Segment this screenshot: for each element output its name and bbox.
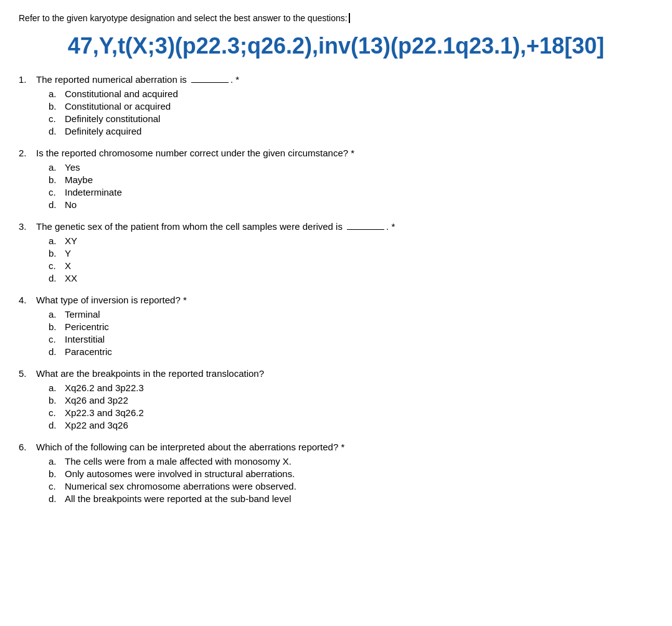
question-body-2: Is the reported chromosome number correc… — [36, 148, 354, 158]
question-body-4: What type of inversion is reported? * — [36, 295, 187, 305]
option-letter-2-4: d. — [49, 199, 61, 210]
option-item-2-1: a.Yes — [49, 162, 653, 173]
option-item-1-1: a.Constitutional and acquired — [49, 88, 653, 99]
option-letter-5-2: b. — [49, 395, 61, 405]
question-asterisk-6: * — [341, 442, 344, 452]
question-asterisk-1: * — [235, 74, 239, 85]
option-item-6-4: d.All the breakpoints were reported at t… — [49, 493, 653, 504]
question-text-4: 4.What type of inversion is reported? * — [19, 295, 653, 305]
question-text-6: 6.Which of the following can be interpre… — [19, 442, 653, 452]
option-letter-6-3: c. — [49, 481, 61, 491]
option-letter-5-4: d. — [49, 420, 61, 430]
question-blank-1 — [191, 82, 229, 83]
option-item-5-1: a.Xq26.2 and 3p22.3 — [49, 382, 653, 393]
option-text-6-4: All the breakpoints were reported at the… — [65, 493, 291, 504]
question-asterisk-4: * — [183, 295, 187, 305]
question-item-2: 2.Is the reported chromosome number corr… — [19, 148, 653, 210]
option-text-4-1: Terminal — [65, 309, 100, 320]
option-letter-2-1: a. — [49, 162, 61, 173]
option-item-2-3: c.Indeterminate — [49, 187, 653, 197]
option-letter-3-4: d. — [49, 273, 61, 283]
option-letter-5-1: a. — [49, 382, 61, 393]
option-letter-1-1: a. — [49, 88, 61, 99]
question-text-1: 1.The reported numerical aberration is .… — [19, 74, 653, 85]
question-text-3: 3.The genetic sex of the patient from wh… — [19, 221, 653, 232]
question-number-3: 3. — [19, 221, 34, 232]
option-letter-5-3: c. — [49, 407, 61, 418]
question-blank-3 — [347, 229, 384, 230]
option-item-1-4: d.Definitely acquired — [49, 126, 653, 136]
option-item-4-3: c.Interstitial — [49, 334, 653, 344]
question-asterisk-3: * — [391, 221, 395, 232]
question-item-6: 6.Which of the following can be interpre… — [19, 442, 653, 504]
option-letter-2-3: c. — [49, 187, 61, 197]
question-number-2: 2. — [19, 148, 34, 158]
option-item-4-2: b.Pericentric — [49, 321, 653, 332]
option-item-3-1: a.XY — [49, 235, 653, 246]
karyotype-display: 47,Y,t(X;3)(p22.3;q26.2),inv(13)(p22.1q2… — [19, 33, 653, 59]
option-text-5-3: Xp22.3 and 3q26.2 — [65, 407, 144, 418]
option-text-3-2: Y — [65, 248, 71, 258]
option-text-4-4: Paracentric — [65, 346, 112, 357]
question-number-4: 4. — [19, 295, 34, 305]
option-text-6-1: The cells were from a male affected with… — [65, 456, 291, 467]
option-item-3-3: c.X — [49, 260, 653, 271]
option-text-6-3: Numerical sex chromosome aberrations wer… — [65, 481, 296, 491]
option-item-6-1: a.The cells were from a male affected wi… — [49, 456, 653, 467]
option-item-4-4: d.Paracentric — [49, 346, 653, 357]
option-text-3-3: X — [65, 260, 71, 271]
option-text-2-4: No — [65, 199, 77, 210]
option-item-1-2: b.Constitutional or acquired — [49, 101, 653, 111]
question-asterisk-2: * — [351, 148, 354, 158]
option-text-1-1: Constitutional and acquired — [65, 88, 178, 99]
option-item-5-4: d.Xp22 and 3q26 — [49, 420, 653, 430]
questions-list: 1.The reported numerical aberration is .… — [19, 74, 653, 504]
option-item-3-4: d.XX — [49, 273, 653, 283]
option-item-2-2: b.Maybe — [49, 174, 653, 185]
option-letter-1-3: c. — [49, 113, 61, 124]
option-item-4-1: a.Terminal — [49, 309, 653, 320]
option-text-3-4: XX — [65, 273, 77, 283]
question-number-5: 5. — [19, 368, 34, 379]
question-text-5: 5.What are the breakpoints in the report… — [19, 368, 653, 379]
option-text-5-2: Xq26 and 3p22 — [65, 395, 128, 405]
question-item-1: 1.The reported numerical aberration is .… — [19, 74, 653, 136]
option-item-5-3: c.Xp22.3 and 3q26.2 — [49, 407, 653, 418]
question-body-3: The genetic sex of the patient from whom… — [36, 221, 395, 232]
option-text-2-3: Indeterminate — [65, 187, 122, 197]
options-list-1: a.Constitutional and acquiredb.Constitut… — [49, 88, 653, 136]
option-letter-3-1: a. — [49, 235, 61, 246]
question-item-4: 4.What type of inversion is reported? *a… — [19, 295, 653, 357]
option-item-6-3: c.Numerical sex chromosome aberrations w… — [49, 481, 653, 491]
option-letter-6-1: a. — [49, 456, 61, 467]
options-list-2: a.Yesb.Maybec.Indeterminated.No — [49, 162, 653, 210]
option-item-2-4: d.No — [49, 199, 653, 210]
option-text-3-1: XY — [65, 235, 77, 246]
question-item-5: 5.What are the breakpoints in the report… — [19, 368, 653, 430]
options-list-4: a.Terminalb.Pericentricc.Interstitiald.P… — [49, 309, 653, 357]
option-letter-2-2: b. — [49, 174, 61, 185]
question-body-6: Which of the following can be interprete… — [36, 442, 344, 452]
option-item-3-2: b.Y — [49, 248, 653, 258]
option-letter-6-2: b. — [49, 468, 61, 479]
option-letter-6-4: d. — [49, 493, 61, 504]
option-text-1-3: Definitely constitutional — [65, 113, 160, 124]
options-list-3: a.XYb.Yc.Xd.XX — [49, 235, 653, 283]
option-text-4-3: Interstitial — [65, 334, 105, 344]
option-text-2-1: Yes — [65, 162, 80, 173]
option-text-2-2: Maybe — [65, 174, 93, 185]
options-list-5: a.Xq26.2 and 3p22.3b.Xq26 and 3p22c.Xp22… — [49, 382, 653, 430]
option-item-6-2: b.Only autosomes were involved in struct… — [49, 468, 653, 479]
instruction-text: Refer to the given karyotype designation… — [19, 13, 350, 23]
option-item-5-2: b.Xq26 and 3p22 — [49, 395, 653, 405]
option-item-1-3: c.Definitely constitutional — [49, 113, 653, 124]
option-text-4-2: Pericentric — [65, 321, 109, 332]
option-letter-4-4: d. — [49, 346, 61, 357]
option-letter-4-1: a. — [49, 309, 61, 320]
option-text-5-4: Xp22 and 3q26 — [65, 420, 128, 430]
option-letter-4-3: c. — [49, 334, 61, 344]
question-body-5: What are the breakpoints in the reported… — [36, 368, 264, 379]
options-list-6: a.The cells were from a male affected wi… — [49, 456, 653, 504]
option-text-6-2: Only autosomes were involved in structur… — [65, 468, 295, 479]
option-letter-1-4: d. — [49, 126, 61, 136]
